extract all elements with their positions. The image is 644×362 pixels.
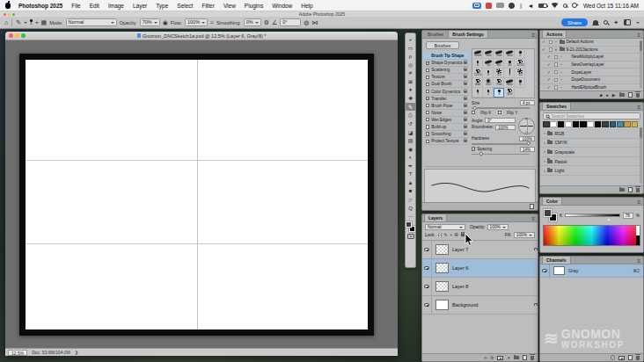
brush-settings-section[interactable]: Protect Texture <box>424 138 469 145</box>
section-checkbox[interactable] <box>426 140 429 143</box>
fast-user-switch-icon[interactable] <box>572 3 578 9</box>
tab-layers[interactable]: Layers <box>424 214 447 221</box>
action-dialog-toggle[interactable] <box>549 47 553 51</box>
menu-item[interactable]: View <box>219 3 240 9</box>
brush-settings-section[interactable]: Color Dynamics <box>424 88 469 95</box>
action-enabled-check[interactable]: ✓ <box>547 54 553 59</box>
brush-tip-preset[interactable]: 1000 <box>472 49 483 59</box>
section-checkbox[interactable] <box>426 90 429 93</box>
brush-settings-section[interactable]: Brush Pose <box>424 103 469 110</box>
panel-menu-icon[interactable]: ≡ <box>637 33 641 38</box>
lasso-tool[interactable]: ρ <box>406 52 415 61</box>
tab-color[interactable]: Color <box>542 197 562 205</box>
apple-menu-icon[interactable] <box>5 3 11 9</box>
adjustment-layer-icon[interactable]: ◑ <box>507 355 510 360</box>
brush-settings-section[interactable]: Build-up <box>424 124 469 131</box>
lock-icon[interactable] <box>465 98 467 100</box>
lock-icon[interactable] <box>465 105 467 107</box>
color-swatch[interactable] <box>610 121 617 127</box>
history-brush-tool[interactable]: ↺ <box>406 119 415 128</box>
battery-icon[interactable] <box>538 4 547 8</box>
eraser-tool[interactable]: ◪ <box>406 128 415 137</box>
action-dialog-toggle[interactable] <box>554 55 558 59</box>
foreground-background-colors[interactable] <box>406 221 415 232</box>
action-name[interactable]: 9-21-2013actions <box>566 47 597 52</box>
lock-icon[interactable] <box>465 126 467 128</box>
menu-item[interactable]: Type <box>151 3 172 9</box>
lock-icon[interactable] <box>465 62 467 64</box>
brush-tip-preset[interactable]: 600 <box>504 78 515 88</box>
menu-item[interactable]: Layer <box>128 3 151 9</box>
k-slider-knob[interactable] <box>607 218 611 221</box>
blur-tool[interactable]: ◉ <box>406 145 415 154</box>
k-channel-slider[interactable] <box>565 214 620 218</box>
roundness-handle[interactable] <box>525 118 528 120</box>
channel-row[interactable]: Gray ⌘2 <box>540 264 643 278</box>
layer-effects-icon[interactable]: fx <box>490 356 494 360</box>
menu-item[interactable]: Plugins <box>240 3 267 9</box>
swatch-group-row[interactable]: › Light <box>540 166 643 176</box>
menu-item[interactable]: Image <box>104 3 128 9</box>
color-swatch[interactable] <box>550 121 557 127</box>
edit-toolbar-ellipsis-icon[interactable]: ⋯ <box>408 213 413 219</box>
delete-layer-icon[interactable] <box>531 356 535 360</box>
shape-tool[interactable]: ■ <box>406 187 415 196</box>
scrollbar[interactable] <box>640 127 642 184</box>
action-name[interactable]: NewOverlayLayer <box>571 62 604 67</box>
size-slider-knob[interactable] <box>472 105 477 110</box>
new-group-icon[interactable] <box>514 356 519 359</box>
brush-tool[interactable]: ✎ <box>406 103 415 112</box>
spacing-value-field[interactable]: 14% <box>520 147 535 152</box>
action-row[interactable]: ✓ ∨ 9-21-2013actions <box>540 47 643 54</box>
pressure-opacity-icon[interactable]: ◉ <box>163 19 168 25</box>
share-button[interactable]: Share <box>561 18 588 26</box>
new-action-icon[interactable] <box>628 92 633 98</box>
save-selection-icon[interactable] <box>618 356 625 360</box>
expand-caret-icon[interactable]: › <box>559 85 563 90</box>
foreground-color-swatch[interactable] <box>544 209 552 217</box>
expand-caret-icon[interactable]: › <box>544 149 545 154</box>
brush-tip-preset[interactable]: 6 <box>515 78 525 88</box>
spacing-checkbox[interactable] <box>472 147 475 150</box>
flip-y-checkbox[interactable] <box>498 111 501 114</box>
action-enabled-check[interactable]: ✓ <box>542 47 547 52</box>
brush-tip-preset[interactable]: 2 <box>483 88 494 98</box>
lock-icon[interactable] <box>465 83 467 86</box>
brush-tip-preset[interactable]: 7 <box>472 88 483 98</box>
healing-brush-tool[interactable]: ✚ <box>406 94 415 103</box>
delete-channel-icon[interactable] <box>636 356 640 360</box>
delete-action-icon[interactable] <box>636 93 640 98</box>
toggle-brush-settings-icon[interactable]: ▦ <box>41 19 48 25</box>
swatch-group-row[interactable]: › Grayscale <box>540 148 643 157</box>
swatch-group-name[interactable]: Grayscale <box>555 149 575 155</box>
section-checkbox[interactable] <box>426 125 429 128</box>
hand-tool[interactable]: ☞ <box>406 195 415 204</box>
layer-row[interactable]: Layer 6 <box>422 259 538 278</box>
menu-app-name[interactable]: Photoshop 2025 <box>14 3 67 9</box>
channel-visibility-eye-icon[interactable] <box>542 269 547 273</box>
expand-caret-icon[interactable]: › <box>544 141 545 145</box>
layer-name[interactable]: Background <box>452 302 478 308</box>
angle-field[interactable]: 0° <box>485 118 516 123</box>
discover-icon[interactable]: ✦ <box>613 19 618 25</box>
layer-visibility-eye-icon[interactable] <box>424 266 429 271</box>
section-checkbox[interactable] <box>426 118 429 121</box>
layer-fill-select[interactable]: 100% <box>514 232 535 238</box>
color-swatch[interactable] <box>587 121 594 127</box>
play-action-icon[interactable]: ▶ <box>612 93 616 98</box>
tab-brushes[interactable]: Brushes <box>424 31 447 38</box>
camera-status-icon[interactable] <box>509 3 515 9</box>
brush-tip-preset[interactable]: 466 <box>472 78 483 88</box>
lock-position-icon[interactable]: + <box>450 233 452 237</box>
color-swatch[interactable] <box>595 121 602 127</box>
new-swatch-icon[interactable] <box>628 187 633 192</box>
pen-tool[interactable]: ✒ <box>406 162 415 170</box>
action-row[interactable]: ✓ › NewOverlayLayer <box>540 62 643 69</box>
layer-name[interactable]: Layer 6 <box>452 265 468 271</box>
panel-menu-icon[interactable]: ≡ <box>637 105 641 110</box>
swatch-group-name[interactable]: Pastel <box>555 159 567 164</box>
roundness-field[interactable]: 100% <box>495 125 516 130</box>
lock-transparency-icon[interactable] <box>437 233 442 237</box>
brush-tool-icon[interactable]: ✎ <box>16 19 21 25</box>
action-row[interactable]: ✓ › Default Actions <box>540 39 643 47</box>
